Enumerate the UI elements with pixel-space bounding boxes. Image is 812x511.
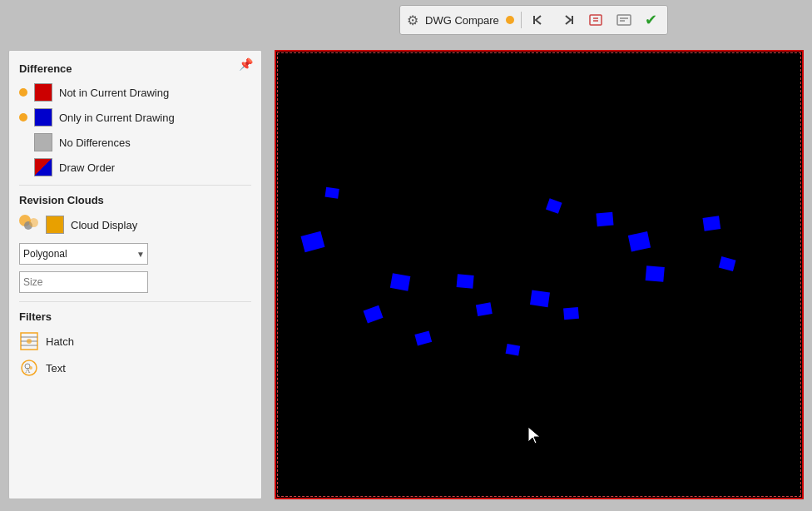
color-swatch-mixed [34,158,52,176]
export-button[interactable] [585,12,607,28]
size-row [19,271,251,293]
drawing-canvas [275,50,804,499]
status-dot [506,16,514,24]
svg-rect-30 [506,344,521,355]
bullet-icon [19,113,27,122]
polygon-dropdown-row: Polygonal Rectangular Circular ▼ [19,243,251,265]
hatch-icon [19,331,39,351]
bullet-icon [19,88,27,97]
hatch-label: Hatch [46,335,74,348]
list-button[interactable] [613,12,635,28]
color-swatch-red [34,83,52,102]
filter-text: A Text [19,358,251,378]
filters-title: Filters [19,310,251,323]
gear-icon: ⚙ [407,12,418,28]
svg-rect-5 [617,15,631,25]
text-filter-icon: A [19,358,39,378]
svg-point-16 [29,366,32,370]
svg-rect-28 [546,198,562,213]
cloud-icon-group [19,215,39,235]
svg-rect-27 [596,212,613,227]
svg-point-12 [27,339,32,344]
difference-title: Difference [19,62,251,75]
cloud-color-swatch [46,216,64,234]
diff-item-not-in-current: Not in Current Drawing [19,83,251,102]
prev-button[interactable] [528,12,550,27]
svg-rect-24 [646,265,665,282]
svg-rect-32 [325,187,339,199]
blue-shapes [300,187,735,356]
color-swatch-blue [34,108,52,127]
svg-rect-26 [719,256,736,271]
compare-panel: 📌 Difference Not in Current Drawing Only… [8,50,262,499]
color-swatch-gray [34,133,52,151]
next-button[interactable] [557,12,578,27]
pin-icon[interactable]: 📌 [239,57,253,71]
svg-rect-29 [414,330,432,345]
svg-rect-2 [590,15,602,25]
diff-label-no-differences: No Differences [59,136,131,149]
diff-item-no-differences: No Differences [19,133,251,151]
cloud-icon [19,215,39,235]
cloud-display-label: Cloud Display [71,219,137,231]
text-label: Text [46,362,66,375]
svg-rect-23 [628,231,651,251]
toolbar-title: DWG Compare [425,14,499,27]
dwg-compare-toolbar: ⚙ DWG Compare ✔ [399,5,668,35]
svg-rect-22 [530,290,550,307]
confirm-button[interactable]: ✔ [641,9,661,31]
size-input[interactable] [19,271,148,293]
separator [521,12,522,28]
cloud-display-item: Cloud Display [19,215,251,235]
svg-rect-21 [476,302,493,316]
diff-item-only-in-current: Only in Current Drawing [19,108,251,127]
diff-item-draw-order: Draw Order [19,158,251,176]
svg-rect-25 [702,216,720,231]
divider-2 [19,301,251,302]
divider-1 [19,185,251,186]
svg-rect-17 [300,231,324,253]
svg-rect-20 [457,274,474,289]
diff-label-draw-order: Draw Order [59,161,115,174]
diff-label-only-in-current: Only in Current Drawing [59,112,175,124]
revision-clouds-title: Revision Clouds [19,194,251,206]
svg-rect-18 [390,273,410,290]
dropdown-wrapper: Polygonal Rectangular Circular ▼ [19,243,148,265]
svg-rect-31 [563,307,579,320]
polygon-select[interactable]: Polygonal Rectangular Circular [19,243,148,265]
filter-hatch: Hatch [19,331,251,351]
svg-rect-19 [364,305,384,324]
canvas-svg [276,52,802,498]
diff-label-not-in-current: Not in Current Drawing [59,87,169,99]
